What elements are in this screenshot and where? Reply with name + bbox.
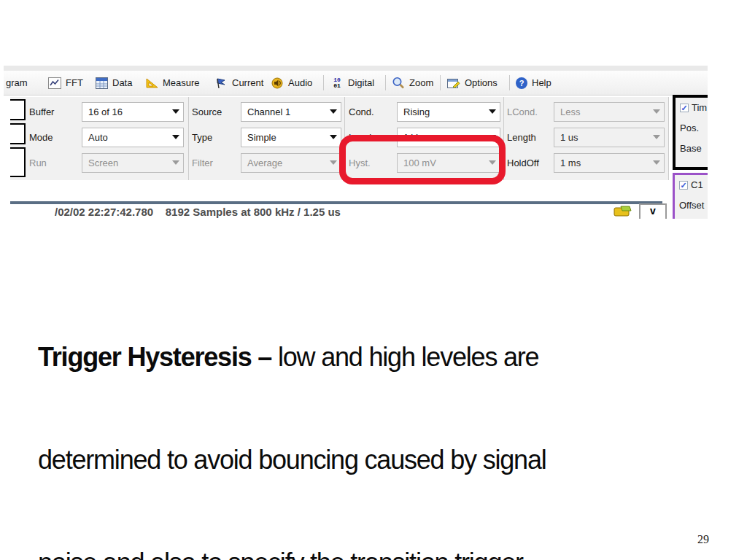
holdoff-label: HoldOff <box>507 158 554 168</box>
cutoff-button[interactable] <box>10 99 26 120</box>
toolbar-button-data[interactable]: Data <box>95 71 132 95</box>
toolbar-button-audio[interactable]: Audio <box>271 71 312 95</box>
lcond-label: LCond. <box>507 106 554 117</box>
chevron-down-icon <box>649 154 664 172</box>
toolbar-button-digital[interactable]: 10 01 Digital <box>330 71 374 95</box>
fft-chart-icon <box>48 77 61 89</box>
chevron-down-icon <box>326 103 341 121</box>
toolbar-separator <box>509 75 510 90</box>
base-label: Base <box>680 143 702 154</box>
statusbar-tool-icon[interactable] <box>614 204 632 219</box>
filter-dropdown[interactable]: Average <box>241 153 341 173</box>
chevron-down-icon <box>326 154 341 172</box>
toolbar-button-program[interactable]: gram <box>6 71 28 95</box>
chevron-down-icon <box>169 103 183 121</box>
type-label: Type <box>192 132 241 143</box>
toolbar-button-fft[interactable]: FFT <box>48 71 83 95</box>
buffer-group: Buffer 16 of 16 Mode Auto Run Screen <box>29 97 186 180</box>
run-label: Run <box>29 158 82 168</box>
length-label: Length <box>507 132 554 143</box>
holdoff-dropdown[interactable]: 1 ms <box>554 153 665 173</box>
cond-dropdown[interactable]: Rising <box>397 102 500 122</box>
options-window-icon <box>447 77 460 89</box>
cutoff-button[interactable] <box>10 123 26 144</box>
statusbar-text: /02/02 22:27:42.780 8192 Samples at 800 … <box>55 206 341 218</box>
cutoff-button[interactable] <box>10 147 26 177</box>
chevron-down-icon <box>485 103 500 121</box>
toolbar-button-help[interactable]: ? Help <box>516 71 551 95</box>
toolbar-separator <box>385 75 386 90</box>
cond-label: Cond. <box>349 106 397 117</box>
pos-label: Pos. <box>680 122 699 133</box>
length-dropdown[interactable]: 1 us <box>554 128 665 147</box>
body-line-2: determined to avoid bouncing caused by s… <box>38 443 680 477</box>
time-checkbox[interactable]: ✓ <box>680 104 689 112</box>
toolbar-button-measure[interactable]: Measure <box>145 71 200 95</box>
type-dropdown[interactable]: Simple <box>241 128 341 147</box>
chevron-down-icon <box>649 128 664 147</box>
toolbar-separator <box>440 75 441 90</box>
digital-bits-icon: 10 01 <box>330 77 344 89</box>
body-text: Trigger Hysteresis – low and high levele… <box>38 271 680 560</box>
red-highlight-annotation <box>339 135 506 184</box>
c1-checkbox[interactable]: ✓ <box>679 181 688 190</box>
toolbar-button-current[interactable]: Current <box>214 71 263 95</box>
time-panel: ✓ Tim Pos. Base <box>673 95 708 170</box>
source-group: Source Channel 1 Type Simple Filter Aver… <box>192 97 345 180</box>
toolbar-button-options[interactable]: Options <box>447 71 498 95</box>
slide: CHANNEL TOOLBAR CHANNEL 1 & 2 (TRIGGER C… <box>0 0 747 560</box>
mode-dropdown[interactable]: Auto <box>82 128 184 147</box>
audio-speaker-icon <box>271 77 284 89</box>
window-top-strip <box>4 66 708 71</box>
current-flag-icon <box>214 77 228 89</box>
body-line-1: Trigger Hysteresis – low and high levele… <box>38 340 680 374</box>
source-dropdown[interactable]: Channel 1 <box>241 102 341 122</box>
measure-triangle-icon <box>145 77 158 89</box>
chevron-down-icon <box>649 103 664 121</box>
offset-label: Offset <box>679 200 704 211</box>
lcond-dropdown[interactable]: Less <box>554 102 665 122</box>
run-dropdown[interactable]: Screen <box>82 153 184 173</box>
c1-checkbox-label: C1 <box>691 179 703 190</box>
source-label: Source <box>192 106 241 117</box>
app-toolbar: gram FFT Data Measure <box>4 71 708 96</box>
toolbar-button-zoom[interactable]: Zoom <box>392 71 433 95</box>
chevron-down-icon <box>169 154 183 172</box>
buffer-dropdown[interactable]: 16 of 16 <box>82 102 184 122</box>
chevron-down-icon <box>169 128 183 147</box>
group-divider <box>188 97 189 180</box>
body-line-3: noise and also to specify the transition… <box>38 545 680 560</box>
statusbar-divider <box>10 201 662 204</box>
collapse-chevron-button[interactable]: v <box>639 203 667 219</box>
app-screenshot: gram FFT Data Measure <box>4 66 708 219</box>
help-circle-icon: ? <box>516 77 527 89</box>
mode-label: Mode <box>29 132 82 143</box>
group-divider <box>668 97 669 180</box>
toolbar-separator <box>323 75 324 90</box>
page-number: 29 <box>697 533 709 546</box>
chevron-down-icon <box>326 128 341 147</box>
filter-label: Filter <box>192 158 241 168</box>
buffer-label: Buffer <box>29 106 82 117</box>
time-checkbox-label: Tim <box>692 102 707 113</box>
logic-condition-group: LCond. Less Length 1 us HoldOff 1 ms <box>507 97 666 180</box>
zoom-magnifier-icon <box>392 77 405 89</box>
channel1-panel: ✓ C1 Offset <box>673 173 708 219</box>
cutoff-button-column <box>10 99 26 180</box>
data-table-icon <box>95 77 108 89</box>
